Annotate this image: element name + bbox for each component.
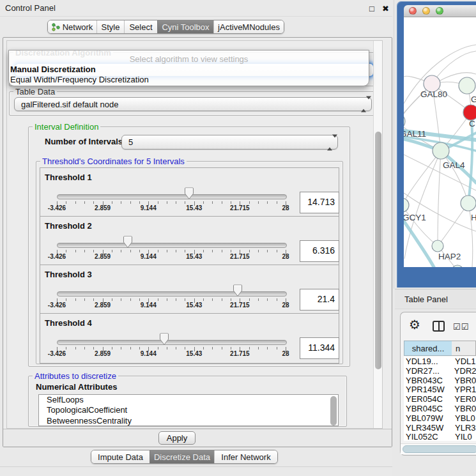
number-of-intervals-combo[interactable]: 5: [121, 135, 338, 150]
apply-button[interactable]: Apply: [158, 431, 196, 445]
table-row[interactable]: YER054CYER0: [404, 394, 476, 404]
slider-axis-label: 9.144: [129, 350, 167, 357]
threshold-value-field[interactable]: 21.4: [300, 289, 339, 311]
slider-tick: [130, 298, 131, 301]
tab-jactivemnodules[interactable]: jActiveMNodules: [213, 20, 284, 33]
slider-axis-label: -3.426: [38, 302, 76, 309]
slider-tick: [277, 201, 277, 204]
slider-tick: [212, 201, 213, 204]
slider-axis-label: 9.144: [129, 253, 167, 260]
slider-tick: [258, 250, 259, 252]
control-panel-titlebar: Control Panel □ ✖: [0, 0, 395, 17]
tab-select[interactable]: Select: [124, 20, 157, 33]
slider-tick: [203, 201, 204, 204]
tab-style[interactable]: Style: [96, 20, 124, 33]
interval-definition-legend: Interval Definition: [33, 122, 100, 132]
slider-axis-label: 21.715: [220, 350, 259, 357]
slider-axis-label: -3.426: [38, 253, 76, 260]
slider-tick: [93, 201, 94, 204]
tab-label: Style: [102, 22, 120, 32]
network-edge: [438, 151, 441, 246]
node-label: H: [471, 213, 476, 222]
table-row[interactable]: YDL19...YDL1: [404, 357, 476, 366]
threshold-coordinates-legend: Threshold's Coordinates for 5 Intervals: [40, 157, 187, 166]
network-node-ga[interactable]: [459, 77, 475, 94]
select-columns-checkboxes-icon[interactable]: ☑☑: [453, 322, 469, 332]
tab-cyni-toolbox[interactable]: Cyni Toolbox: [157, 20, 213, 33]
node-label: C: [469, 119, 475, 128]
spinner-arrows-icon: [327, 137, 332, 147]
threshold-value-field[interactable]: 11.344: [300, 337, 339, 359]
mac-minimize-icon[interactable]: [422, 7, 430, 15]
table-row[interactable]: YBR043CYBR0: [404, 376, 476, 385]
slider-tick: [130, 347, 131, 349]
slider-tick: [139, 298, 140, 301]
vertical-scrollbar[interactable]: [373, 41, 382, 428]
node-label: GCY1: [404, 213, 426, 222]
slider-thumb[interactable]: [158, 333, 170, 346]
table-row[interactable]: YIL052CYIL0: [404, 432, 476, 441]
slider-axis-label: 21.715: [220, 253, 259, 260]
cell-shared-name: YBR043C: [404, 376, 452, 385]
column-header-shared[interactable]: shared...: [404, 341, 452, 356]
threshold-value-field[interactable]: 14.713: [300, 192, 339, 213]
slider-track[interactable]: [57, 291, 287, 296]
network-node-c[interactable]: [463, 105, 476, 120]
columns-icon[interactable]: [433, 321, 445, 332]
list-scrollbar-thumb[interactable]: [330, 396, 337, 426]
attribute-item-topologicalcoefficient[interactable]: TopologicalCoefficient: [39, 405, 338, 415]
tab-network[interactable]: Network: [48, 20, 96, 33]
slider-tick: [84, 250, 85, 252]
threshold-block-4: Threshold 4-3.4262.8599.14415.4321.71528…: [40, 313, 339, 364]
horizontal-scrollbar-thumb[interactable]: [403, 445, 476, 453]
cell-shared-name: YBL079W: [404, 413, 452, 423]
slider-thumb[interactable]: [232, 284, 243, 297]
slider-tick: [75, 347, 76, 349]
slider-thumb[interactable]: [183, 187, 195, 200]
slider-axis-label: 28: [266, 253, 305, 260]
slider-tick: [258, 201, 259, 204]
table-row[interactable]: YBL079WYBL0: [404, 413, 476, 423]
tab-discretize-data[interactable]: Discretize Data: [150, 450, 214, 463]
table-row[interactable]: YPR145WYPR1: [404, 385, 476, 394]
attribute-item-selfloops[interactable]: SelfLoops: [39, 395, 338, 405]
tab-impute-data[interactable]: Impute Data: [91, 450, 150, 463]
slider-track[interactable]: [57, 194, 287, 199]
table-row[interactable]: YLR345WYLR3: [404, 423, 476, 433]
table-row[interactable]: YBR045CYBR0: [404, 404, 476, 413]
node-table-body[interactable]: YDL19...YDL1YDR27...YDR2YBR043CYBR0YPR14…: [404, 357, 476, 441]
horizontal-scrollbar[interactable]: [401, 443, 476, 454]
algorithm-option-manual-discretization[interactable]: Manual Discretization: [9, 65, 369, 75]
numerical-attributes-list[interactable]: SelfLoopsTopologicalCoefficientBetweenne…: [38, 394, 339, 426]
slider-tick: [139, 250, 140, 252]
network-node-gcy1[interactable]: [404, 198, 409, 212]
table-data-combo[interactable]: galFiltered.sif default node: [14, 97, 372, 111]
algorithm-option-equal-width-frequency-discretization[interactable]: Equal Width/Frequency Discretization: [9, 75, 369, 85]
network-canvas[interactable]: GAL80GACGAL11GAL4GCY1HHAP2: [404, 17, 476, 267]
float-window-icon[interactable]: □: [369, 4, 374, 13]
tab-infer-network[interactable]: Infer Network: [214, 450, 277, 463]
cell-shared-name: YIL052C: [404, 432, 452, 441]
node-label: GA: [471, 95, 476, 104]
mac-zoom-icon[interactable]: [436, 7, 443, 15]
slider-track[interactable]: [57, 243, 287, 248]
column-header-name[interactable]: n: [452, 341, 476, 356]
table-row[interactable]: YDR27...YDR2: [404, 366, 476, 376]
slider-tick: [112, 250, 112, 252]
top-tab-bar: NetworkStyleSelectCyni ToolboxjActiveMNo…: [47, 20, 284, 34]
close-icon[interactable]: ✖: [382, 4, 389, 13]
network-node-hap2[interactable]: [432, 240, 443, 252]
spinner-arrows-icon: [361, 100, 366, 109]
settings-gear-icon[interactable]: ⚙: [409, 318, 420, 332]
vertical-scrollbar-thumb[interactable]: [375, 132, 381, 369]
slider-thumb[interactable]: [122, 236, 134, 249]
mac-close-icon[interactable]: [409, 7, 417, 15]
network-node-h[interactable]: [461, 196, 476, 211]
network-icon: [52, 23, 60, 31]
network-node-gal4[interactable]: [433, 142, 449, 159]
slider-track[interactable]: [57, 340, 287, 345]
threshold-value-field[interactable]: 6.316: [300, 240, 339, 262]
attribute-item-betweennesscentrality[interactable]: BetweennessCentrality: [39, 416, 338, 426]
numerical-attributes-label: Numerical Attributes: [36, 382, 117, 392]
tab-label: Network: [63, 22, 93, 32]
